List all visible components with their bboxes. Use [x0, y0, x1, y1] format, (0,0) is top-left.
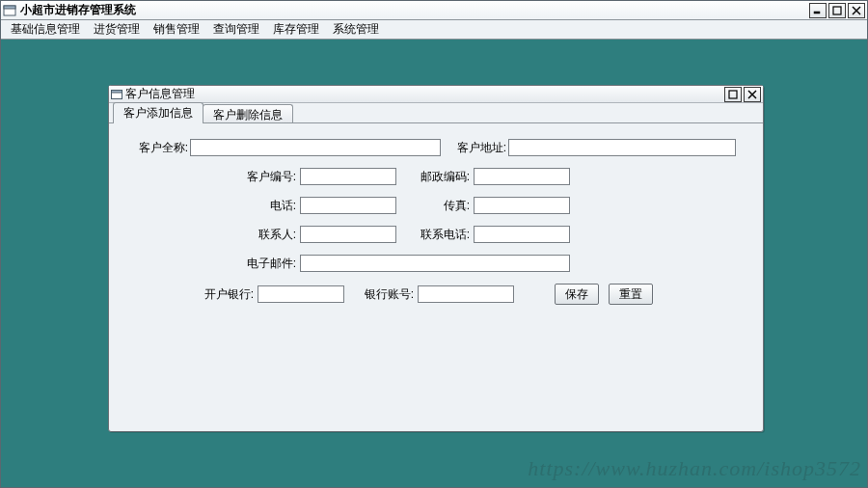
input-postcode[interactable]	[474, 168, 570, 185]
label-bank-account: 银行账号:	[352, 286, 414, 303]
svg-rect-1	[4, 6, 15, 9]
label-full-name: 客户全称:	[132, 140, 188, 156]
label-fax: 传真:	[404, 198, 470, 214]
customer-info-window: 客户信息管理 客户添加信息 客户删除信息 客户全称: 客户地址:	[108, 85, 764, 432]
app-icon	[3, 4, 16, 17]
app-maximize-button[interactable]	[828, 3, 846, 18]
app-titlebar: 小超市进销存管理系统	[1, 1, 867, 20]
save-button[interactable]: 保存	[555, 284, 599, 305]
label-address: 客户地址:	[447, 140, 506, 156]
app-title: 小超市进销存管理系统	[20, 2, 136, 18]
app-frame: 小超市进销存管理系统 基础信息管理 进货管理 销售管理 查询管理 库存管理 系统…	[0, 0, 868, 488]
menu-query[interactable]: 查询管理	[209, 20, 263, 39]
label-phone: 电话:	[132, 198, 296, 214]
svg-rect-8	[112, 90, 122, 93]
menu-base-info[interactable]: 基础信息管理	[7, 20, 84, 39]
tabstrip: 客户添加信息 客户删除信息	[109, 103, 763, 123]
inner-window-title: 客户信息管理	[125, 86, 195, 102]
menu-sales[interactable]: 销售管理	[149, 20, 203, 39]
mdi-desktop: 客户信息管理 客户添加信息 客户删除信息 客户全称: 客户地址:	[2, 41, 866, 486]
tab-customer-add[interactable]: 客户添加信息	[113, 102, 203, 122]
label-email: 电子邮件:	[132, 256, 296, 272]
label-postcode: 邮政编码:	[404, 169, 470, 185]
label-bank: 开户银行:	[132, 286, 254, 303]
menu-inventory[interactable]: 库存管理	[269, 20, 323, 39]
svg-rect-4	[833, 7, 841, 14]
label-contact: 联系人:	[132, 227, 296, 243]
inner-window-icon	[111, 89, 122, 100]
svg-rect-2	[814, 12, 820, 14]
app-menubar: 基础信息管理 进货管理 销售管理 查询管理 库存管理 系统管理	[1, 20, 867, 40]
tab-customer-delete[interactable]: 客户删除信息	[203, 104, 293, 122]
inner-window-titlebar: 客户信息管理	[109, 86, 763, 103]
form-body: 客户全称: 客户地址: 客户编号: 邮政编码: 电话: 传真:	[109, 123, 763, 431]
menu-system[interactable]: 系统管理	[329, 20, 383, 39]
reset-button[interactable]: 重置	[609, 284, 653, 305]
input-bank[interactable]	[258, 285, 344, 303]
inner-close-button[interactable]	[744, 87, 761, 102]
input-contact-phone[interactable]	[474, 226, 570, 243]
app-close-button[interactable]	[848, 3, 865, 18]
inner-maximize-button[interactable]	[724, 87, 742, 102]
input-email[interactable]	[300, 255, 570, 272]
menu-purchase[interactable]: 进货管理	[90, 20, 144, 39]
input-customer-no[interactable]	[300, 168, 396, 185]
input-full-name[interactable]	[190, 139, 441, 156]
label-customer-no: 客户编号:	[132, 169, 296, 185]
svg-rect-9	[729, 91, 737, 98]
input-bank-account[interactable]	[418, 285, 514, 303]
input-fax[interactable]	[474, 197, 570, 214]
input-address[interactable]	[508, 139, 736, 156]
input-contact[interactable]	[300, 226, 396, 243]
input-phone[interactable]	[300, 197, 396, 214]
app-minimize-button[interactable]	[809, 3, 827, 18]
label-contact-phone: 联系电话:	[404, 227, 470, 243]
